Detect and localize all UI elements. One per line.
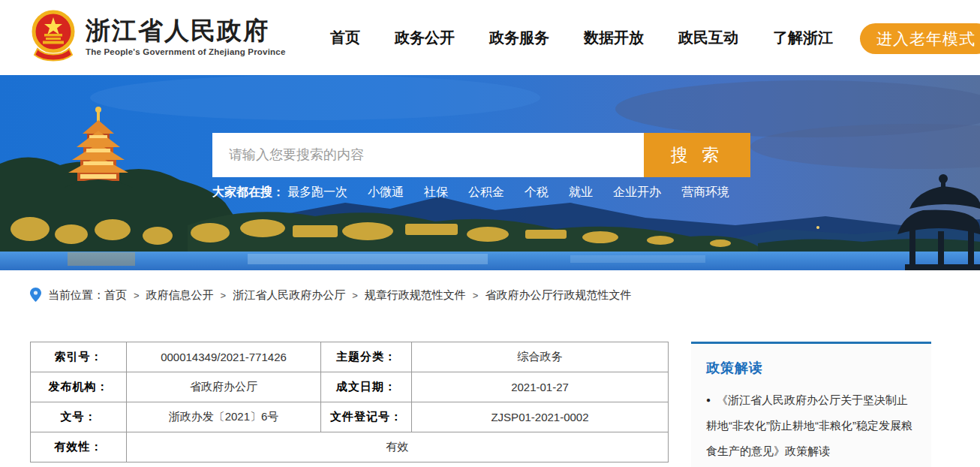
breadcrumb-item-regulatory-docs[interactable]: 规章行政规范性文件	[365, 288, 466, 303]
search-input[interactable]	[212, 133, 644, 177]
search-button[interactable]: 搜 索	[644, 133, 750, 177]
breadcrumb-label: 当前位置：	[48, 288, 104, 303]
breadcrumb-separator: >	[221, 290, 227, 301]
breadcrumb-item-general-office[interactable]: 浙江省人民政府办公厅	[233, 288, 345, 303]
bullet-icon: ●	[706, 396, 711, 404]
site-title: 浙江省人民政府	[86, 17, 286, 44]
issue-date-label: 成文日期：	[321, 372, 412, 402]
nav-item-open-data[interactable]: 数据开放	[584, 28, 644, 48]
hot-search-item[interactable]: 企业开办	[613, 185, 661, 200]
validity-value: 有效	[127, 432, 669, 462]
breadcrumb-separator: >	[473, 290, 479, 301]
breadcrumb-separator: >	[352, 290, 358, 301]
breadcrumb-separator: >	[134, 290, 140, 301]
nav-item-gov-disclosure[interactable]: 政务公开	[395, 28, 455, 48]
main-nav: 首页 政务公开 政务服务 数据开放 政民互动 了解浙江	[330, 0, 833, 75]
main-content: 索引号： 000014349/2021-771426 主题分类： 综合政务 发布…	[30, 342, 980, 467]
site-subtitle: The People's Government of Zhejiang Prov…	[86, 47, 286, 56]
breadcrumb-item-office-docs[interactable]: 省政府办公厅行政规范性文件	[485, 288, 631, 303]
hero-banner: 搜 索 大家都在搜： 最多跑一次 小微通 社保 公积金 个税 就业 企业开办 营…	[0, 75, 980, 270]
doc-number-value: 浙政办发〔2021〕6号	[127, 402, 321, 432]
site-header: 浙江省人民政府 The People's Government of Zheji…	[0, 0, 980, 75]
index-number-label: 索引号：	[31, 342, 127, 372]
validity-label: 有效性：	[31, 432, 127, 462]
registration-number-value: ZJSP01-2021-0002	[412, 402, 669, 432]
registration-number-label: 文件登记号：	[321, 402, 412, 432]
nav-item-gov-services[interactable]: 政务服务	[489, 28, 549, 48]
topic-category-label: 主题分类：	[321, 342, 412, 372]
nav-item-interaction[interactable]: 政民互动	[678, 28, 738, 48]
table-row: 发布机构： 省政府办公厅 成文日期： 2021-01-27	[31, 372, 669, 402]
doc-number-label: 文号：	[31, 402, 127, 432]
elderly-mode-button[interactable]: 进入老年模式	[860, 23, 980, 54]
logo-text: 浙江省人民政府 The People's Government of Zheji…	[86, 17, 286, 56]
breadcrumb-item-info-disclosure[interactable]: 政府信息公开	[146, 288, 214, 303]
national-emblem-icon	[32, 10, 75, 64]
topic-category-value: 综合政务	[412, 342, 669, 372]
issue-date-value: 2021-01-27	[412, 372, 669, 402]
table-row: 文号： 浙政办发〔2021〕6号 文件登记号： ZJSP01-2021-0002	[31, 402, 669, 432]
table-row: 有效性： 有效	[31, 432, 669, 462]
hot-search-item[interactable]: 最多跑一次	[287, 185, 347, 200]
policy-interpretation-title: 政策解读	[706, 359, 916, 377]
table-row: 索引号： 000014349/2021-771426 主题分类： 综合政务	[31, 342, 669, 372]
policy-interpretation-link-text: 《浙江省人民政府办公厅关于坚决制止耕地“非农化”防止耕地“非粮化”稳定发展粮食生…	[706, 393, 912, 457]
hot-search-item[interactable]: 就业	[569, 185, 593, 200]
hot-search-item[interactable]: 营商环境	[681, 185, 729, 200]
nav-item-about-zhejiang[interactable]: 了解浙江	[773, 28, 833, 48]
document-meta-table: 索引号： 000014349/2021-771426 主题分类： 综合政务 发布…	[30, 342, 669, 462]
hot-search-item[interactable]: 个税	[525, 185, 549, 200]
index-number-value: 000014349/2021-771426	[127, 342, 321, 372]
issuing-agency-value: 省政府办公厅	[127, 372, 321, 402]
issuing-agency-label: 发布机构：	[31, 372, 127, 402]
breadcrumb: 当前位置： 首页 > 政府信息公开 > 浙江省人民政府办公厅 > 规章行政规范性…	[0, 270, 980, 323]
hot-search-row: 大家都在搜： 最多跑一次 小微通 社保 公积金 个税 就业 企业开办 营商环境	[212, 185, 750, 200]
site-logo[interactable]: 浙江省人民政府 The People's Government of Zheji…	[32, 10, 286, 64]
hot-search-item[interactable]: 公积金	[468, 185, 504, 200]
location-pin-icon	[30, 288, 41, 302]
hot-search-label: 大家都在搜：	[212, 185, 284, 200]
nav-item-home[interactable]: 首页	[330, 28, 360, 48]
policy-interpretation-panel: 政策解读 ●《浙江省人民政府办公厅关于坚决制止耕地“非农化”防止耕地“非粮化”稳…	[691, 342, 931, 467]
breadcrumb-item-home[interactable]: 首页	[104, 288, 127, 303]
hot-search-item[interactable]: 社保	[424, 185, 448, 200]
hot-search-item[interactable]: 小微通	[368, 185, 404, 200]
policy-interpretation-link[interactable]: ●《浙江省人民政府办公厅关于坚决制止耕地“非农化”防止耕地“非粮化”稳定发展粮食…	[706, 387, 916, 464]
